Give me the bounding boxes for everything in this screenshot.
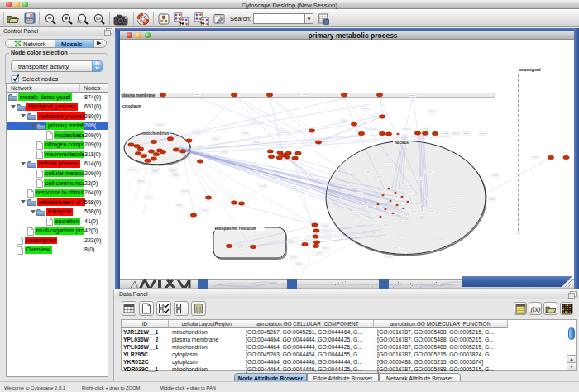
svg-text:mitochondrion: mitochondrion [142, 131, 169, 136]
svg-text:f(x): f(x) [530, 304, 540, 313]
svg-text:1:1: 1:1 [97, 17, 100, 20]
svg-text:endoplasmic reticulum: endoplasmic reticulum [215, 227, 256, 231]
svg-text:plasma membrane: plasma membrane [122, 93, 156, 98]
svg-text:unassigned: unassigned [519, 68, 541, 72]
svg-text:cytoplasm: cytoplasm [122, 104, 141, 108]
svg-text:nucleus: nucleus [395, 141, 409, 145]
